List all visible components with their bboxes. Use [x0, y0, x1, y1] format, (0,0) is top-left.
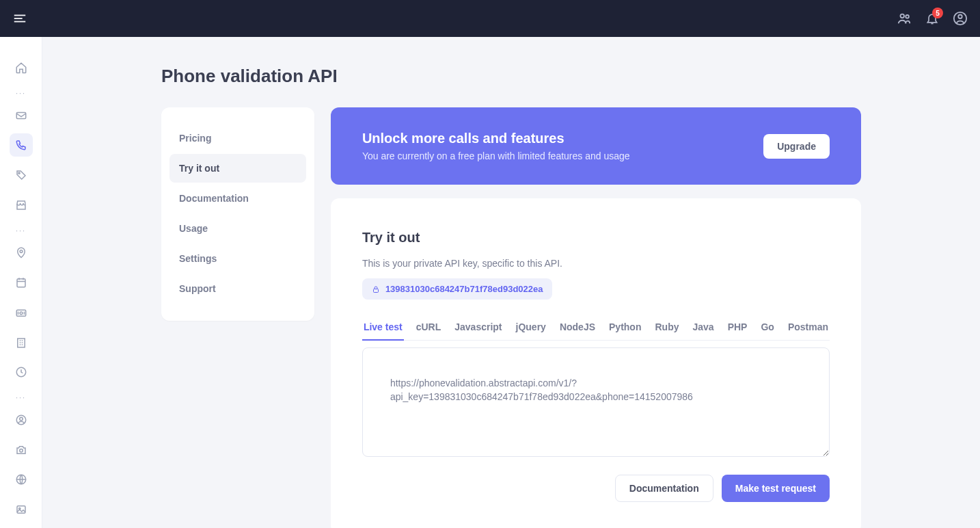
- banner-text: Unlock more calls and features You are c…: [362, 131, 630, 161]
- page-title: Phone validation API: [161, 66, 861, 87]
- sidebar-store-icon[interactable]: [10, 194, 33, 217]
- right-column: Unlock more calls and features You are c…: [331, 107, 861, 528]
- sidebar-home-icon[interactable]: [10, 56, 33, 79]
- sidebar-separator-2: ···: [13, 226, 29, 235]
- svg-point-8: [18, 172, 19, 174]
- sidebar-phone-icon[interactable]: [10, 133, 33, 157]
- sidebar-tag-icon[interactable]: [10, 163, 33, 187]
- sidebar-currency-icon[interactable]: [10, 301, 33, 324]
- make-test-request-button[interactable]: Make test request: [722, 475, 830, 502]
- team-icon[interactable]: [897, 11, 912, 26]
- notifications-icon[interactable]: 5: [925, 12, 939, 25]
- action-row: Documentation Make test request: [362, 475, 830, 502]
- svg-point-12: [20, 312, 23, 315]
- shell: ··· ··· ···: [0, 37, 980, 528]
- sidebar-separator-1: ···: [13, 89, 29, 97]
- topbar-left: [12, 11, 27, 26]
- sidebar-globe-icon[interactable]: [10, 468, 33, 492]
- profile-icon[interactable]: [953, 11, 968, 26]
- topbar: 5: [0, 0, 980, 37]
- nav-documentation[interactable]: Documentation: [169, 184, 306, 213]
- documentation-button[interactable]: Documentation: [615, 475, 713, 502]
- tab-postman[interactable]: Postman: [787, 315, 830, 340]
- tab-curl[interactable]: cURL: [415, 315, 443, 340]
- svg-point-16: [19, 417, 23, 421]
- svg-point-3: [901, 14, 905, 18]
- tab-python[interactable]: Python: [608, 315, 642, 340]
- upgrade-banner: Unlock more calls and features You are c…: [331, 107, 861, 185]
- try-title: Try it out: [362, 230, 830, 246]
- notification-badge: 5: [932, 8, 943, 18]
- tab-php[interactable]: PHP: [726, 315, 749, 340]
- svg-rect-13: [17, 339, 25, 347]
- api-key-chip[interactable]: 139831030c684247b71f78ed93d022ea: [362, 278, 553, 300]
- tab-javascript[interactable]: Javascript: [453, 315, 503, 340]
- nav-pricing[interactable]: Pricing: [169, 124, 306, 153]
- tab-live-test[interactable]: Live test: [362, 315, 404, 341]
- sidebar-image-icon[interactable]: [10, 498, 33, 521]
- try-it-out-card: Try it out This is your private API key,…: [331, 198, 861, 528]
- svg-point-9: [20, 250, 23, 253]
- svg-rect-21: [373, 289, 378, 292]
- sidebar-calendar-icon[interactable]: [10, 271, 33, 294]
- upgrade-button[interactable]: Upgrade: [763, 134, 830, 159]
- api-key-value: 139831030c684247b71f78ed93d022ea: [385, 284, 543, 294]
- tab-go[interactable]: Go: [759, 315, 775, 340]
- sidebar-camera-icon[interactable]: [10, 438, 33, 462]
- nav-support[interactable]: Support: [169, 274, 306, 303]
- svg-rect-19: [17, 506, 25, 514]
- svg-point-4: [906, 15, 909, 18]
- nav-usage[interactable]: Usage: [169, 214, 306, 243]
- banner-title: Unlock more calls and features: [362, 131, 630, 146]
- tab-jquery[interactable]: jQuery: [515, 315, 547, 340]
- banner-subtitle: You are currently on a free plan with li…: [362, 150, 630, 161]
- try-description: This is your private API key, specific t…: [362, 258, 830, 269]
- content-area: Phone validation API Pricing Try it out …: [42, 37, 980, 528]
- svg-point-17: [19, 449, 23, 452]
- content-inner: Phone validation API Pricing Try it out …: [161, 66, 861, 528]
- tab-ruby[interactable]: Ruby: [653, 315, 680, 340]
- sidebar-user-icon[interactable]: [10, 408, 33, 432]
- two-column-layout: Pricing Try it out Documentation Usage S…: [161, 107, 861, 528]
- section-nav: Pricing Try it out Documentation Usage S…: [161, 107, 314, 321]
- svg-point-6: [958, 15, 962, 19]
- svg-rect-10: [17, 279, 25, 287]
- nav-settings[interactable]: Settings: [169, 244, 306, 273]
- sidebar-clock-icon[interactable]: [10, 360, 33, 384]
- icon-sidebar: ··· ··· ···: [0, 37, 42, 528]
- tab-nodejs[interactable]: NodeJS: [558, 315, 597, 340]
- svg-rect-7: [16, 112, 26, 118]
- tab-java[interactable]: Java: [691, 315, 715, 340]
- code-tabs: Live test cURL Javascript jQuery NodeJS …: [362, 315, 830, 341]
- sidebar-mail-icon[interactable]: [10, 104, 33, 127]
- topbar-right: 5: [897, 11, 968, 26]
- menu-toggle[interactable]: [12, 11, 27, 26]
- lock-icon: [372, 285, 380, 293]
- sidebar-separator-3: ···: [13, 393, 29, 401]
- sidebar-building-icon[interactable]: [10, 331, 33, 354]
- request-url-input[interactable]: [362, 347, 830, 457]
- nav-try-it-out[interactable]: Try it out: [169, 154, 306, 183]
- sidebar-pin-icon[interactable]: [10, 241, 33, 265]
